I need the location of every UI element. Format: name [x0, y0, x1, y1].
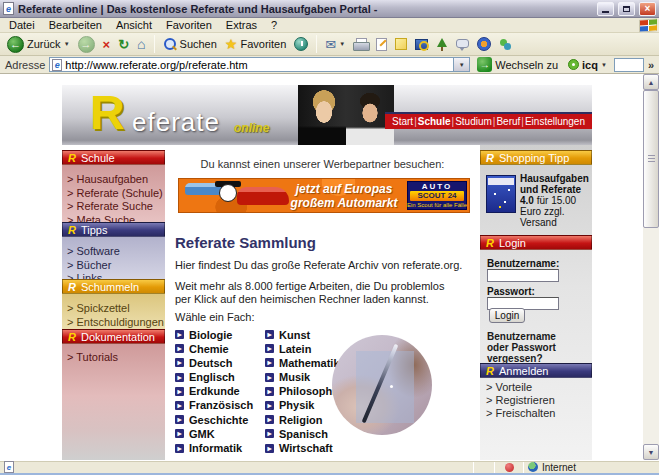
search-button[interactable]: Suchen — [160, 36, 220, 52]
home-button[interactable]: ⌂ — [134, 35, 148, 53]
icq-toolbar-button[interactable] — [433, 37, 451, 52]
menu-hilfe[interactable]: ? — [264, 19, 284, 31]
subject-link-latein[interactable]: ▸Latein — [265, 343, 341, 354]
sidebar-link-buecher[interactable]: > Bücher — [62, 259, 165, 273]
stop-button[interactable]: × — [100, 36, 114, 53]
go-button[interactable]: → Wechseln zu — [474, 56, 561, 73]
menu-favoriten[interactable]: Favoriten — [159, 19, 219, 31]
messenger-button[interactable] — [474, 36, 494, 52]
icq-bar-button[interactable]: icq ▼ — [565, 58, 610, 72]
sidebar-link-tutorials[interactable]: > Tutorials — [62, 351, 165, 365]
username-field[interactable] — [487, 269, 559, 282]
subject-label: Englisch — [189, 371, 235, 383]
nav-separator: | — [493, 116, 496, 127]
sidebar-link-referate-schule[interactable]: > Referate (Schule) — [62, 187, 165, 201]
msn-button[interactable] — [496, 37, 515, 52]
subject-link-informatik[interactable]: ▸Informatik — [175, 443, 253, 454]
standard-toolbar: ← Zurück ▼ → × ↻ ⌂ Suchen ★ Favoriten ✉ … — [0, 33, 659, 56]
menu-bearbeiten[interactable]: Bearbeiten — [42, 19, 109, 31]
menu-datei[interactable]: Datei — [2, 19, 42, 31]
sidebar-link-referate-suche[interactable]: > Referate Suche — [62, 200, 165, 214]
nav-einstellungen[interactable]: Einstellungen — [525, 116, 585, 127]
scrollbar-thumb[interactable] — [643, 90, 659, 228]
vertical-scrollbar[interactable]: ▲ ▼ — [643, 74, 659, 460]
sidebar-link-vorteile[interactable]: > Vorteile — [480, 381, 592, 394]
edit-button[interactable] — [373, 37, 390, 52]
mail-button[interactable]: ✉ ▼ — [322, 36, 348, 53]
nav-separator: | — [521, 116, 524, 127]
back-label: Zurück — [27, 38, 61, 50]
sidebar-link-software[interactable]: > Software — [62, 245, 165, 259]
address-input[interactable]: e http://www.referate.org/p/referate.htm… — [49, 57, 470, 72]
mail-icon: ✉ — [325, 37, 336, 52]
discuss-button[interactable] — [453, 40, 472, 49]
subject-link-gmk[interactable]: ▸GMK — [175, 428, 253, 439]
icq-search-input[interactable] — [614, 58, 644, 72]
subject-link-mathematik[interactable]: ▸Mathematik — [265, 357, 341, 368]
sidebar-link-registrieren[interactable]: > Registrieren — [480, 394, 592, 407]
menu-extras[interactable]: Extras — [219, 19, 264, 31]
subject-link-englisch[interactable]: ▸Englisch — [175, 372, 253, 383]
ad-slogan-line1: jetzt auf Europas — [285, 182, 403, 196]
subject-link-deutsch[interactable]: ▸Deutsch — [175, 357, 253, 368]
password-label: Passwort: — [487, 286, 535, 297]
toolbar-overflow-chevron[interactable]: » — [648, 59, 654, 71]
menu-ansicht[interactable]: Ansicht — [109, 19, 159, 31]
subject-link-religion[interactable]: ▸Religion — [265, 414, 341, 425]
subject-label: Wirtschaft — [279, 442, 333, 454]
arrow-bullet-icon: ▸ — [175, 373, 184, 382]
mail-dropdown-icon: ▼ — [339, 41, 345, 47]
close-button[interactable]: × — [639, 2, 656, 16]
nav-schule[interactable]: Schule — [418, 116, 451, 127]
section-header-schummeln: R Schummeln — [62, 279, 165, 294]
nav-start[interactable]: Start — [392, 116, 413, 127]
forward-button[interactable]: → — [75, 35, 98, 54]
history-button[interactable] — [291, 36, 311, 52]
sidebar-link-entschuldigungen[interactable]: > Entschuldigungen — [62, 316, 165, 330]
subject-link-musik[interactable]: ▸Musik — [265, 372, 341, 383]
sidebar-link-spickzettel[interactable]: > Spickzettel — [62, 302, 165, 316]
sidebar-link-hausaufgaben[interactable]: > Hausaufgaben — [62, 173, 165, 187]
autoscout-ad-banner[interactable]: jetzt auf Europas großem Automarkt AUTO … — [178, 178, 470, 213]
window-title: Referate online | Das kostenlose Referat… — [18, 3, 593, 15]
subject-link-philosophie[interactable]: ▸Philosophie — [265, 386, 341, 397]
right-sidebar: R Shopping Tipp Hausaufgaben und Referat… — [480, 145, 592, 460]
research-button[interactable] — [412, 38, 431, 51]
notes-button[interactable] — [392, 37, 410, 51]
print-button[interactable] — [350, 37, 371, 51]
subject-link-wirtschaft[interactable]: ▸Wirtschaft — [265, 443, 341, 454]
subject-label: Latein — [279, 343, 311, 355]
refresh-button[interactable]: ↻ — [115, 36, 132, 53]
refresh-icon: ↻ — [118, 37, 129, 52]
sidebar-link-freischalten[interactable]: > Freischalten — [480, 407, 592, 420]
login-button[interactable]: Login — [489, 308, 525, 323]
arrow-bullet-icon: ▸ — [265, 344, 274, 353]
subject-link-erdkunde[interactable]: ▸Erdkunde — [175, 386, 253, 397]
subject-link-biologie[interactable]: ▸Biologie — [175, 329, 253, 340]
r-badge-icon: R — [68, 152, 76, 164]
subject-link-spanisch[interactable]: ▸Spanisch — [265, 428, 341, 439]
product-box-image[interactable] — [486, 175, 516, 213]
address-url[interactable]: http://www.referate.org/p/referate.htm — [65, 59, 247, 71]
header-photo — [298, 85, 394, 145]
subject-link-kunst[interactable]: ▸Kunst — [265, 329, 341, 340]
subject-link-chemie[interactable]: ▸Chemie — [175, 343, 253, 354]
favorites-button[interactable]: ★ Favoriten — [222, 35, 289, 53]
restore-button[interactable] — [618, 2, 635, 16]
subject-label: Französisch — [189, 399, 253, 411]
subject-link-geschichte[interactable]: ▸Geschichte — [175, 414, 253, 425]
subject-link-franzoesisch[interactable]: ▸Französisch — [175, 400, 253, 411]
section-title: Anmelden — [499, 365, 549, 377]
minimize-button[interactable] — [597, 2, 614, 16]
home-icon: ⌂ — [137, 36, 145, 52]
icq-dropdown-icon: ▼ — [601, 62, 607, 68]
scroll-down-button[interactable]: ▼ — [643, 444, 659, 460]
nav-studium[interactable]: Studium — [455, 116, 492, 127]
forgot-password-link[interactable]: Benutzername oder Passwort vergessen? — [487, 331, 563, 364]
scroll-up-button[interactable]: ▲ — [643, 74, 659, 90]
windows-flag-icon — [639, 18, 657, 32]
back-button[interactable]: ← Zurück ▼ — [4, 35, 73, 54]
nav-beruf[interactable]: Beruf — [496, 116, 520, 127]
subject-link-physik[interactable]: ▸Physik — [265, 400, 341, 411]
address-dropdown-button[interactable]: ▼ — [453, 57, 469, 72]
